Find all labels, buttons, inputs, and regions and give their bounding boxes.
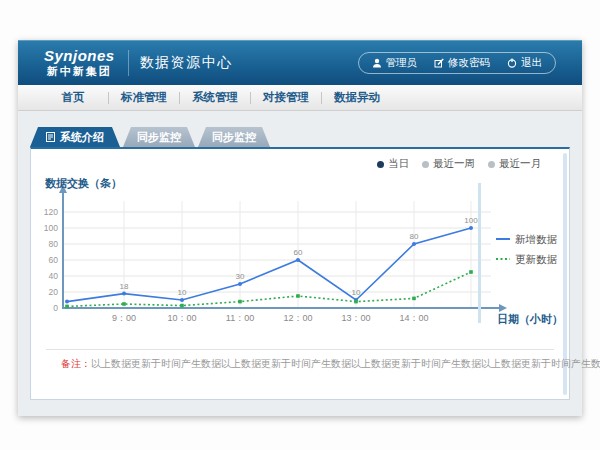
tab-label: 系统介绍: [60, 130, 104, 145]
page-title: 数据资源中心: [140, 54, 233, 72]
data-point: [238, 300, 242, 304]
data-point: [180, 298, 184, 302]
document-icon: [46, 132, 55, 142]
point-value-label: 10: [352, 288, 361, 297]
tab-label: 同步监控: [212, 130, 256, 145]
nav-item-home[interactable]: 首页: [38, 90, 108, 105]
point-value-label: 30: [236, 272, 245, 281]
edit-icon: [434, 58, 444, 68]
y-axis-title: 数据交换（条）: [44, 177, 122, 190]
tab-bar: 系统介绍 同步监控 同步监控: [30, 127, 582, 147]
y-tick-label: 0: [53, 303, 58, 313]
logout-label: 退出: [521, 56, 542, 70]
data-point: [412, 242, 416, 246]
logo-primary-text: Synjones: [44, 48, 115, 65]
nav-item-system-mgmt[interactable]: 系统管理: [180, 90, 250, 105]
user-menu-button[interactable]: 管理员: [372, 56, 418, 70]
y-tick-label: 80: [49, 239, 59, 249]
tab-system-intro[interactable]: 系统介绍: [30, 127, 120, 147]
y-tick-label: 40: [49, 271, 59, 281]
data-point: [238, 282, 242, 286]
tab-sync-monitor-1[interactable]: 同步监控: [123, 127, 195, 147]
main-nav: 首页 标准管理 系统管理 对接管理 数据异动: [18, 85, 582, 111]
x-tick-label: 9：00: [112, 313, 136, 323]
tab-sync-monitor-2[interactable]: 同步监控: [198, 127, 270, 147]
legend-item-0[interactable]: 新增数据: [515, 233, 558, 245]
x-tick-label: 11：00: [226, 313, 254, 323]
point-value-label: 60: [294, 248, 303, 257]
x-tick-label: 12：00: [283, 313, 312, 323]
y-tick-label: 100: [44, 223, 58, 233]
y-tick-label: 20: [49, 287, 59, 297]
data-point: [122, 302, 126, 306]
user-toolbar: 管理员 修改密码 退出: [358, 52, 557, 74]
user-icon: [372, 58, 382, 68]
y-tick-label: 120: [44, 207, 58, 217]
x-tick-label: 10：00: [167, 313, 196, 323]
data-point: [65, 305, 69, 309]
point-value-label: 100: [464, 216, 478, 225]
data-point: [469, 270, 473, 274]
data-point: [469, 226, 473, 230]
logo-secondary-text: 新中新集团: [44, 65, 115, 77]
data-point: [122, 292, 126, 296]
data-point: [65, 300, 69, 304]
footnote-text: 以上数据更新于时间产生数据以上数据更新于时间产生数据以上数据更新于时间产生数据以…: [91, 358, 600, 369]
x-axis-title: 日期（小时）: [497, 313, 563, 326]
legend-item-1[interactable]: 更新数据: [515, 253, 558, 265]
point-value-label: 18: [120, 282, 129, 291]
data-point: [354, 300, 358, 304]
change-password-label: 修改密码: [448, 56, 490, 70]
user-label: 管理员: [386, 56, 418, 70]
nav-item-interface-mgmt[interactable]: 对接管理: [251, 90, 321, 105]
point-value-label: 10: [178, 288, 187, 297]
chart-panel: 当日 最近一周 最近一月 0204060801001209：0010：0011：…: [30, 147, 570, 400]
note-divider: [46, 349, 554, 350]
data-point: [412, 297, 416, 301]
app-window: Synjones 新中新集团 数据资源中心 管理员 修改密码: [18, 40, 582, 416]
x-tick-label: 13：00: [341, 313, 370, 323]
y-tick-label: 60: [49, 255, 59, 265]
footnote-label: 备注：: [61, 358, 91, 369]
change-password-button[interactable]: 修改密码: [434, 56, 490, 70]
x-tick-label: 14：00: [399, 313, 428, 323]
point-value-label: 80: [410, 232, 419, 241]
data-point: [180, 304, 184, 308]
logo: Synjones 新中新集团: [44, 48, 115, 77]
nav-item-data-change[interactable]: 数据异动: [322, 90, 392, 105]
x-axis-arrow-icon: [499, 304, 507, 312]
logout-button[interactable]: 退出: [507, 56, 542, 70]
content-area: 系统介绍 同步监控 同步监控 当日 最近一周: [18, 111, 582, 416]
line-chart: 0204060801001209：0010：0011：0012：0013：001…: [37, 163, 567, 359]
nav-item-standard-mgmt[interactable]: 标准管理: [109, 90, 179, 105]
data-point: [296, 258, 300, 262]
app-header: Synjones 新中新集团 数据资源中心 管理员 修改密码: [18, 40, 582, 85]
data-point: [296, 294, 300, 298]
chart-scrollbar[interactable]: [478, 183, 481, 323]
footnote: 备注：以上数据更新于时间产生数据以上数据更新于时间产生数据以上数据更新于时间产生…: [61, 357, 600, 371]
power-icon: [507, 58, 517, 68]
tab-label: 同步监控: [137, 130, 181, 145]
header-divider: [128, 50, 129, 76]
